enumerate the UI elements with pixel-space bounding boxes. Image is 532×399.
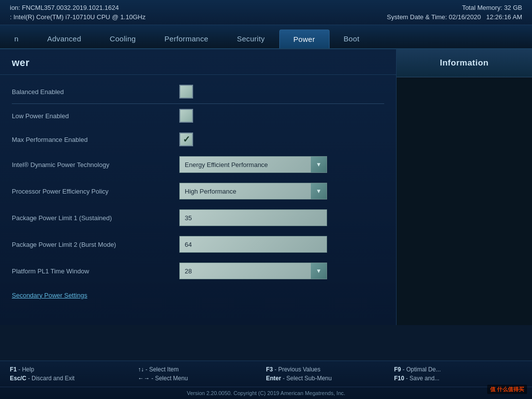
- footer-help: F1 - Help: [10, 366, 138, 373]
- total-memory: Total Memory: 32 GB: [462, 4, 522, 11]
- max-perf-checkbox[interactable]: [179, 133, 193, 146]
- pl1-window-dropdown-text: 28: [180, 267, 311, 275]
- footer-key-f10: F10: [394, 375, 404, 382]
- tab-performance[interactable]: Performance: [150, 29, 223, 48]
- footer-key-enter: Enter: [266, 375, 281, 382]
- footer-col-1: F1 - Help Esc/C - Discard and Exit: [10, 366, 138, 382]
- cpu-info: : Intel(R) Core(TM) i7-10710U CPU @ 1.10…: [10, 13, 145, 21]
- right-panel: Information: [396, 49, 532, 325]
- footer-key-f1: F1: [10, 366, 17, 373]
- low-power-value: [179, 109, 384, 123]
- balanced-label: Balanced Enabled: [12, 88, 179, 96]
- footer-desc-discard: - Discard and Exit: [28, 375, 75, 382]
- ppl1-input[interactable]: 35: [179, 209, 327, 226]
- footer-desc-select-item: - Select Item: [145, 366, 178, 373]
- ppl2-value: 64: [179, 236, 384, 253]
- footer: F1 - Help Esc/C - Discard and Exit ↑↓ - …: [0, 361, 532, 399]
- dropdown-arrow-3: ▼: [311, 263, 327, 279]
- bios-version: ion: FNCML357.0032.2019.1021.1624: [10, 4, 145, 11]
- efficiency-policy-value: High Performance ▼: [179, 183, 384, 200]
- setting-low-power: Low Power Enabled: [0, 104, 396, 128]
- efficiency-policy-label: Processor Power Efficiency Policy: [12, 188, 179, 195]
- footer-key-lr: ←→: [138, 375, 150, 382]
- info-title: Information: [440, 58, 489, 67]
- ppl1-value: 35: [179, 209, 384, 226]
- footer-desc-submenu: - Select Sub-Menu: [283, 375, 332, 382]
- section-title: wer: [0, 49, 396, 75]
- dynamic-power-dropdown-text: Energy Efficient Performance: [180, 161, 311, 168]
- footer-key-esc: Esc/C: [10, 375, 26, 382]
- footer-submenu: Enter - Select Sub-Menu: [266, 375, 394, 382]
- tab-power[interactable]: Power: [279, 30, 330, 48]
- footer-save: F10 - Save and...: [394, 375, 522, 382]
- footer-col-3: F3 - Previous Values Enter - Select Sub-…: [266, 366, 394, 382]
- tab-security[interactable]: Security: [223, 29, 279, 48]
- dynamic-power-dropdown[interactable]: Energy Efficient Performance ▼: [179, 156, 327, 173]
- footer-key-f3: F3: [266, 366, 273, 373]
- dynamic-power-label: Intel® Dynamic Power Technology: [12, 161, 179, 168]
- setting-ppl1: Package Power Limit 1 (Sustained) 35: [0, 204, 396, 231]
- setting-ppl2: Package Power Limit 2 (Burst Mode) 64: [0, 231, 396, 258]
- left-panel: wer Balanced Enabled Low Power Enabled M…: [0, 49, 396, 325]
- ppl2-label: Package Power Limit 2 (Burst Mode): [12, 241, 179, 248]
- info-content: [397, 77, 532, 325]
- nav-bar: n Advanced Cooling Performance Security …: [0, 25, 532, 49]
- balanced-value: [179, 85, 384, 99]
- watermark: 值 什么值得买: [487, 385, 527, 394]
- ppl2-input[interactable]: 64: [179, 236, 327, 253]
- settings-list: Balanced Enabled Low Power Enabled Max P…: [0, 75, 396, 311]
- tab-advanced[interactable]: Advanced: [33, 29, 96, 48]
- footer-desc-save: - Save and...: [406, 375, 439, 382]
- footer-prev-values: F3 - Previous Values: [266, 366, 394, 373]
- header: ion: FNCML357.0032.2019.1021.1624 : Inte…: [0, 0, 532, 25]
- balanced-checkbox[interactable]: [179, 85, 193, 99]
- footer-select-item: ↑↓ - Select Item: [138, 366, 266, 373]
- low-power-checkbox[interactable]: [179, 109, 193, 123]
- setting-pl1-window: Platform PL1 Time Window 28 ▼: [0, 258, 396, 284]
- footer-col-4: F9 - Optimal De... F10 - Save and...: [394, 366, 522, 382]
- dropdown-arrow-2: ▼: [311, 183, 327, 199]
- pl1-window-label: Platform PL1 Time Window: [12, 267, 179, 275]
- footer-desc-optimal: - Optimal De...: [402, 366, 440, 373]
- setting-balanced: Balanced Enabled: [0, 80, 396, 103]
- system-datetime: System Date & Time: 02/16/2020 12:26:16 …: [387, 13, 522, 21]
- header-right: Total Memory: 32 GB System Date & Time: …: [387, 4, 522, 21]
- footer-desc-help: - Help: [18, 366, 34, 373]
- footer-desc-select-menu: - Select Menu: [151, 375, 188, 382]
- tab-main[interactable]: n: [0, 29, 33, 48]
- footer-select-menu: ←→ - Select Menu: [138, 375, 266, 382]
- footer-desc-prev: - Previous Values: [274, 366, 320, 373]
- header-left: ion: FNCML357.0032.2019.1021.1624 : Inte…: [10, 4, 145, 21]
- footer-discard: Esc/C - Discard and Exit: [10, 375, 138, 382]
- info-header: Information: [397, 49, 532, 77]
- setting-secondary: Secondary Power Settings: [0, 284, 396, 306]
- tab-boot[interactable]: Boot: [330, 29, 374, 48]
- tab-cooling[interactable]: Cooling: [96, 29, 150, 48]
- pl1-window-value: 28 ▼: [179, 263, 384, 279]
- efficiency-policy-dropdown[interactable]: High Performance ▼: [179, 183, 327, 200]
- setting-max-perf: Max Performance Enabled: [0, 128, 396, 151]
- footer-main: F1 - Help Esc/C - Discard and Exit ↑↓ - …: [0, 361, 532, 387]
- setting-dynamic-power: Intel® Dynamic Power Technology Energy E…: [0, 151, 396, 178]
- footer-key-arrows: ↑↓: [138, 366, 144, 373]
- low-power-label: Low Power Enabled: [12, 112, 179, 120]
- dropdown-arrow-1: ▼: [311, 157, 327, 172]
- efficiency-policy-dropdown-text: High Performance: [180, 188, 311, 195]
- footer-optimal: F9 - Optimal De...: [394, 366, 522, 373]
- footer-version: Version 2.20.0050. Copyright (C) 2019 Am…: [0, 387, 532, 399]
- ppl1-label: Package Power Limit 1 (Sustained): [12, 214, 179, 222]
- secondary-power-link[interactable]: Secondary Power Settings: [12, 292, 179, 299]
- dynamic-power-value: Energy Efficient Performance ▼: [179, 156, 384, 173]
- setting-efficiency-policy: Processor Power Efficiency Policy High P…: [0, 178, 396, 204]
- footer-col-2: ↑↓ - Select Item ←→ - Select Menu: [138, 366, 266, 382]
- main-content: wer Balanced Enabled Low Power Enabled M…: [0, 49, 532, 325]
- pl1-window-dropdown[interactable]: 28 ▼: [179, 263, 327, 279]
- max-perf-value: [179, 133, 384, 146]
- max-perf-label: Max Performance Enabled: [12, 136, 179, 143]
- footer-key-f9: F9: [394, 366, 401, 373]
